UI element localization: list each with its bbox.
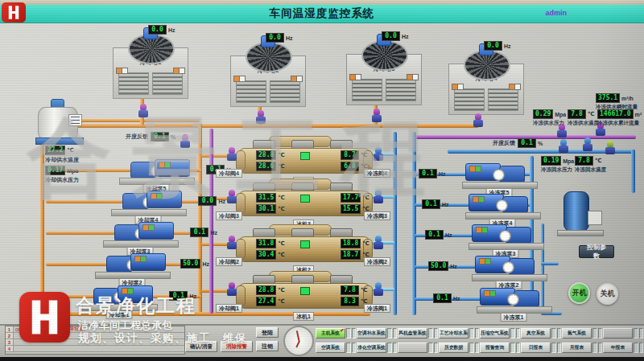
cooling-pump-4[interactable]: 冷却泵4 0.0Hz <box>109 189 187 213</box>
motor-valve-icon[interactable] <box>604 140 617 156</box>
nav-main-system[interactable]: 主机系统 <box>316 328 345 338</box>
cooling-valve-4-icon[interactable] <box>225 146 238 162</box>
tower-louvers <box>152 72 183 95</box>
chiller-4[interactable]: 28.8℃ 28.6℃ 8.7℃ 6.8℃ 冰机4 <box>238 142 369 175</box>
indicator-light <box>387 343 392 353</box>
pump-freq-display: 0.1Hz <box>433 293 460 303</box>
chilled-pump-3[interactable]: 冷冻泵3 0.1Hz <box>467 223 544 247</box>
tank-tag <box>68 114 82 126</box>
indicator-light <box>428 328 433 338</box>
cooling-valve-1-icon[interactable] <box>225 281 238 297</box>
cooling-pump-5[interactable]: 冷却泵5 0.1Hz <box>118 158 195 182</box>
cooling-tower-1[interactable]: 0.0Hz 冷却塔1 <box>113 34 187 98</box>
nav-vacuum-system[interactable]: 真空系统 <box>521 328 551 338</box>
makeup-water-tank <box>35 101 84 145</box>
pump-motor-icon <box>130 253 166 271</box>
logout-button[interactable]: 注销 <box>256 341 279 351</box>
login-button[interactable]: 登陆 <box>256 327 279 338</box>
expansion-tank <box>557 190 604 236</box>
cooling-valve-2-label: 冷却阀2 <box>216 257 242 266</box>
cooling-pump-3[interactable]: 冷却泵3 0.1Hz <box>101 220 179 244</box>
sensor-icon <box>254 109 267 125</box>
nav-process-cooling-system[interactable]: 工艺冷却水系统 <box>439 328 469 338</box>
indicator-light <box>557 343 562 353</box>
nav-compressed-air-system[interactable]: 压缩空气系统 <box>480 328 510 338</box>
indicator-light <box>551 328 556 338</box>
chiller-2[interactable]: 31.8℃ 30.4℃ 18.8℃ 18.7℃ 冰机2 <box>238 230 369 264</box>
chilled-flow-inst-reading: 375.1m³/h 冷冻供水瞬时流量 <box>596 93 638 111</box>
chilled-valve-3-label: 冷冻阀3 <box>364 211 390 220</box>
start-button[interactable]: 开机 <box>568 282 590 304</box>
chiller-panel-icon <box>300 152 310 160</box>
chilled-pump-4[interactable]: 冷冻泵4 0.1Hz <box>464 192 541 216</box>
cooling-tower-2[interactable]: 0.0Hz 冷却塔2 <box>230 42 304 106</box>
cooling-left-riser <box>40 124 44 315</box>
cooling-valve-3-icon[interactable] <box>225 189 238 205</box>
pump-freq-display: 50.0Hz <box>180 259 209 269</box>
pump-freq-display: 0.1Hz <box>422 199 449 209</box>
chilled-valve-4-label: 冷冻阀4 <box>364 169 390 178</box>
indicator-light <box>639 343 644 353</box>
cooling-supply-temp-reading: 27.2℃ 冷却供水温度 <box>45 146 79 164</box>
nav-daily-report[interactable]: 日报表 <box>521 343 551 353</box>
mode-badge-icon <box>122 68 128 74</box>
mode-badge-icon <box>355 74 361 80</box>
chilled-valve-3-icon[interactable] <box>372 189 385 205</box>
indicator-light <box>510 343 515 353</box>
return-drop-pipe <box>631 150 635 193</box>
chilled-pump-5[interactable]: 冷冻泵5 0.1Hz <box>460 162 538 186</box>
chilled-valve-1-icon[interactable] <box>372 281 385 297</box>
cooling-tower-4[interactable]: 0.0Hz 冷却塔4 <box>448 50 522 114</box>
indicator-light <box>598 343 603 353</box>
alarm-row[interactable]: 4 <box>6 346 184 352</box>
indicator-light <box>434 328 439 338</box>
chiller-3[interactable]: 31.5℃ 30.1℃ 17.7℃ 15.5℃ 冰机3 <box>238 184 369 218</box>
indicator-light <box>387 328 392 338</box>
chilled-valve-4-icon[interactable] <box>372 146 385 162</box>
cooling-valve-3-label: 冷却阀3 <box>216 211 242 220</box>
chilled-pump-1[interactable]: 冷冻泵1 0.1Hz <box>475 286 552 310</box>
nav-history-data[interactable]: 历史数据 <box>439 343 469 353</box>
nav-yearly-report[interactable]: 年报表 <box>603 343 633 353</box>
tower4-freq-display: 0.0Hz <box>484 41 511 51</box>
nav-hvac-system[interactable]: 空调系统 <box>316 343 345 353</box>
nav-fan-coil-system[interactable]: 风机盘管系统 <box>398 328 427 338</box>
alarm-row-text <box>14 339 15 345</box>
nav-nitrogen-system[interactable]: 氮气系统 <box>562 328 592 338</box>
indicator-light <box>510 328 515 338</box>
indicator-light <box>469 328 474 338</box>
cooling-valve-2-icon[interactable] <box>225 235 238 251</box>
cooling-tower-3[interactable]: 0.0Hz 冷却塔3 <box>346 40 420 105</box>
tower-louvers <box>118 72 149 95</box>
nav-makeup-water-system[interactable]: 空调补水系统 <box>357 328 386 338</box>
pump-freq-display: 50.0Hz <box>428 261 457 271</box>
mode-badge-icon <box>296 76 303 82</box>
pump-head-icon <box>499 166 525 183</box>
tower-louvers <box>488 88 518 111</box>
stop-button[interactable]: 关机 <box>597 283 618 305</box>
cooling-valve-1-label: 冷却阀1 <box>216 304 242 313</box>
chiller-1[interactable]: 28.8℃ 27.4℃ 7.8℃ 8.3℃ 冰机1 <box>238 277 369 310</box>
sensor-icon <box>370 108 383 124</box>
alarm-row-number: 3 <box>6 339 14 345</box>
pump-head-icon <box>114 224 140 242</box>
pump-head-icon <box>106 256 132 273</box>
pump-motor-icon <box>147 191 182 208</box>
monitor-photo: 车间温湿度监控系统 admin 0.0Hz 冷却塔1 <box>0 0 644 361</box>
indicator-light <box>469 343 474 353</box>
system-nav-grid: 主机系统 空调补水系统 风机盘管系统 工艺冷却水系统 压缩空气系统 真空系统 氮… <box>316 326 642 354</box>
chilled-pump-2[interactable]: 冷冻泵2 50.0Hz <box>470 254 547 278</box>
indicator-light <box>475 343 480 353</box>
sensor-icon <box>472 113 485 129</box>
nav-alarm-query[interactable]: 报警查询 <box>480 343 510 353</box>
chilled-flow-total-reading: 146617.0m³ 冷冻供水累计流量 <box>597 109 642 127</box>
pump-head-icon <box>130 162 156 179</box>
cooling-supply-press-reading: 0.17Mpa 冷却供水压力 <box>45 166 79 184</box>
cooling-pump-2[interactable]: 冷却泵2 50.0Hz <box>93 252 171 276</box>
nav-monthly-report[interactable]: 月报表 <box>562 343 592 353</box>
analog-clock <box>283 326 314 356</box>
bypass-valve-icon[interactable] <box>179 133 192 150</box>
chilled-valve-2-icon[interactable] <box>372 235 385 251</box>
control-params-button[interactable]: 控制参数 <box>579 245 614 258</box>
nav-clean-hvac-system[interactable]: 净化空调系统 <box>357 343 386 353</box>
